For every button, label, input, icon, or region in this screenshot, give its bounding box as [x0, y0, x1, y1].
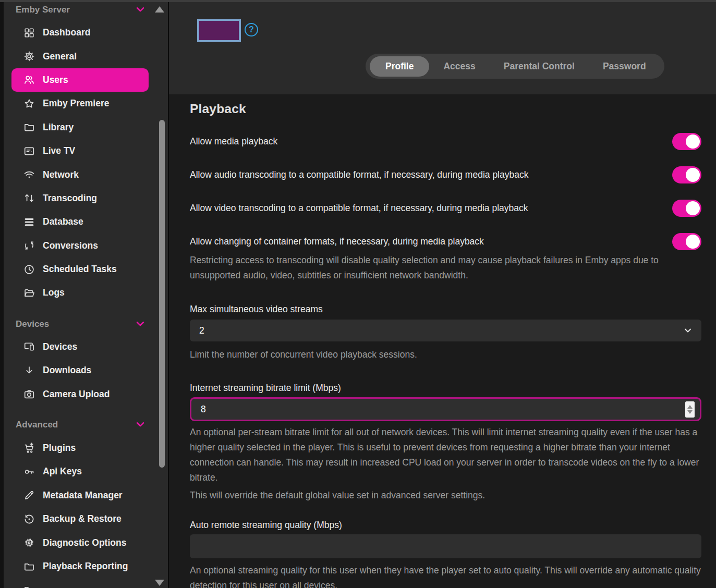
chip-icon	[23, 537, 35, 548]
sidebar-item-library[interactable]: Library	[11, 116, 149, 139]
clock-icon	[23, 264, 35, 275]
toggle-list: Allow media playbackAllow audio transcod…	[190, 131, 701, 252]
auto-quality-input[interactable]	[190, 534, 701, 558]
sidebar-item-label: Transcoding	[43, 193, 97, 204]
sidebar-item-label: Database	[43, 216, 83, 227]
bitrate-label: Internet streaming bitrate limit (Mbps)	[190, 383, 701, 394]
bitrate-input-wrap	[190, 397, 701, 421]
live-tv-icon	[23, 145, 35, 157]
sidebar-item-label: Live TV	[43, 145, 75, 156]
sidebar-item-label: Conversions	[43, 240, 98, 251]
allow-audio-transcoding-to-a-compatible-format-if-necessary-during-media-playback-toggle[interactable]	[672, 166, 701, 183]
max-streams-label: Max simultaneous video streams	[190, 304, 701, 315]
window-left-edge	[0, 0, 4, 588]
allow-media-playback-toggle[interactable]	[672, 133, 701, 150]
section-header-emby-server[interactable]: Emby Server	[4, 2, 168, 18]
sidebar-item-devices[interactable]: Devices	[11, 335, 149, 359]
pencil-icon	[23, 489, 35, 501]
sidebar-item-general[interactable]: General	[11, 44, 149, 68]
sidebar-sections: Emby ServerDashboardGeneralUsersEmby Pre…	[4, 2, 168, 588]
sidebar-item-transcoding[interactable]: Transcoding	[11, 187, 149, 210]
bitrate-input[interactable]	[190, 397, 701, 421]
container-format-note: Restricting access to transcoding will d…	[190, 253, 701, 283]
star-icon	[23, 98, 35, 109]
section-header-devices[interactable]: Devices	[4, 316, 168, 332]
sidebar-item-plugins[interactable]: Plugins	[11, 436, 149, 460]
section-label: Advanced	[16, 420, 58, 430]
sidebar-item-label: Playback Reporting	[43, 561, 128, 572]
toggle-label: Allow changing of container formats, if …	[190, 236, 484, 247]
sidebar-item-label: Api Keys	[43, 466, 82, 477]
section-label: Devices	[16, 319, 49, 329]
devices-icon	[23, 341, 35, 352]
page-header: ? ProfileAccessParental ControlPassword	[169, 2, 716, 94]
tab-parental-control[interactable]: Parental Control	[490, 54, 589, 79]
download-arrow-icon	[23, 365, 35, 376]
open-folder-icon	[23, 287, 35, 299]
sidebar-item-label: Downloads	[43, 365, 91, 376]
tab-profile[interactable]: Profile	[370, 56, 429, 77]
sidebar-item-downloads[interactable]: Downloads	[11, 359, 149, 382]
sidebar-item-dashboard[interactable]: Dashboard	[11, 21, 149, 44]
sidebar-item-conversions[interactable]: Conversions	[11, 234, 149, 258]
max-streams-select[interactable]: 2	[190, 320, 701, 341]
toggle-label: Allow audio transcoding to a compatible …	[190, 169, 528, 180]
transcode-arrows-icon	[23, 192, 35, 204]
user-avatar[interactable]	[197, 19, 241, 42]
sidebar-item-playback-reporting[interactable]: Playback Reporting	[11, 555, 149, 578]
help-icon[interactable]: ?	[245, 23, 258, 36]
sidebar-section-emby-server: Emby ServerDashboardGeneralUsersEmby Pre…	[4, 2, 168, 305]
toggle-knob	[686, 235, 700, 249]
sidebar-item-network[interactable]: Network	[11, 163, 149, 186]
sidebar-item-live-tv[interactable]: Live TV	[11, 139, 149, 163]
sidebar-item-partially-visible[interactable]	[11, 578, 149, 588]
bitrate-field: Internet streaming bitrate limit (Mbps) …	[190, 383, 701, 503]
folder-icon	[23, 584, 35, 588]
sidebar-item-users[interactable]: Users	[11, 68, 149, 92]
allow-video-transcoding-to-a-compatible-format-if-necessary-during-media-playback-toggle[interactable]	[672, 200, 701, 217]
max-streams-value: 2	[199, 325, 204, 336]
database-icon	[23, 216, 35, 228]
sidebar-item-label: Emby Premiere	[43, 98, 109, 109]
sidebar-item-label: Network	[43, 169, 79, 180]
sidebar-item-database[interactable]: Database	[11, 210, 149, 234]
chevron-down-icon	[135, 419, 147, 431]
sidebar-section-devices: DevicesDevicesDownloadsCamera Upload	[4, 316, 168, 406]
sidebar-item-label: Devices	[43, 341, 77, 352]
toggle-row: Allow audio transcoding to a compatible …	[190, 164, 701, 185]
bitrate-help: An optional per-stream bitrate limit for…	[190, 425, 701, 485]
dashboard-icon	[23, 27, 35, 39]
sidebar-scrollbar-thumb[interactable]	[159, 120, 165, 468]
number-stepper[interactable]	[685, 401, 695, 418]
sidebar-item-logs[interactable]: Logs	[11, 281, 149, 304]
tab-access[interactable]: Access	[429, 54, 489, 79]
sidebar-item-diagnostic-options[interactable]: Diagnostic Options	[11, 531, 149, 554]
sidebar-item-emby-premiere[interactable]: Emby Premiere	[11, 92, 149, 115]
sidebar-item-label: Dashboard	[43, 27, 90, 38]
scroll-down-icon[interactable]	[155, 580, 164, 586]
toggle-label: Allow video transcoding to a compatible …	[190, 203, 528, 214]
sidebar-item-metadata-manager[interactable]: Metadata Manager	[11, 484, 149, 507]
sidebar-item-backup-restore[interactable]: Backup & Restore	[11, 507, 149, 531]
restore-icon	[23, 513, 35, 525]
stepper-down-icon[interactable]	[687, 410, 693, 414]
section-header-advanced[interactable]: Advanced	[4, 417, 168, 433]
toggle-row: Allow changing of container formats, if …	[190, 231, 701, 252]
camera-icon	[23, 388, 35, 400]
toggle-knob	[686, 168, 700, 182]
users-icon	[23, 74, 35, 85]
stepper-up-icon[interactable]	[687, 405, 693, 409]
sidebar-item-camera-upload[interactable]: Camera Upload	[11, 382, 149, 406]
section-label: Emby Server	[16, 5, 70, 15]
max-streams-help: Limit the number of concurrent video pla…	[190, 347, 701, 362]
sidebar-item-api-keys[interactable]: Api Keys	[11, 460, 149, 483]
sidebar-item-label: Plugins	[43, 443, 76, 454]
max-streams-field: Max simultaneous video streams 2 Limit t…	[190, 304, 701, 362]
tab-password[interactable]: Password	[589, 54, 660, 79]
sidebar: Emby ServerDashboardGeneralUsersEmby Pre…	[4, 2, 169, 588]
scroll-up-icon[interactable]	[155, 6, 164, 13]
chevron-down-icon	[683, 325, 693, 336]
toggle-knob	[686, 201, 700, 215]
allow-changing-of-container-formats-if-necessary-during-media-playback-toggle[interactable]	[672, 233, 701, 250]
sidebar-item-scheduled-tasks[interactable]: Scheduled Tasks	[11, 258, 149, 281]
